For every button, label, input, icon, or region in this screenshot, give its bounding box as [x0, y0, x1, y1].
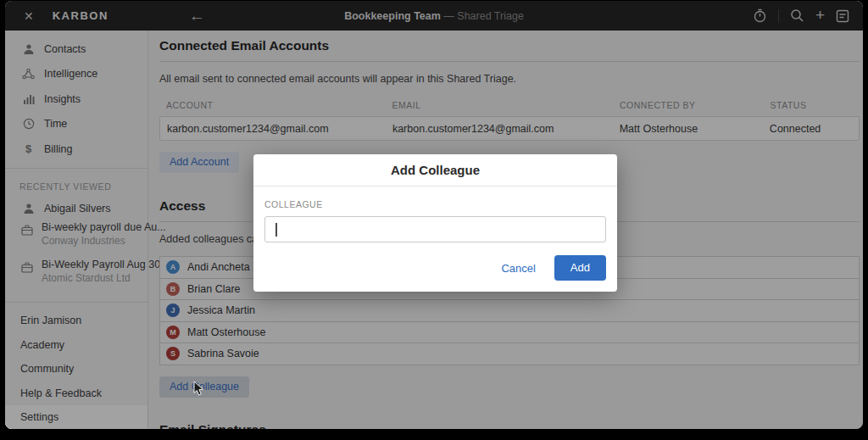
colleague-field-label: COLLEAGUE	[264, 199, 606, 209]
colleague-input[interactable]	[265, 217, 605, 242]
mouse-cursor	[193, 381, 204, 400]
modal-title: Add Colleague	[253, 154, 617, 187]
cancel-button[interactable]: Cancel	[501, 262, 535, 275]
add-colleague-modal: Add Colleague COLLEAGUE Cancel Add	[253, 154, 617, 292]
text-caret	[275, 223, 277, 237]
colleague-input-wrapper	[264, 216, 606, 242]
app-window: ✕ KARBON ← Bookkeeping Team — Shared Tri…	[5, 1, 863, 429]
add-button[interactable]: Add	[554, 255, 606, 281]
